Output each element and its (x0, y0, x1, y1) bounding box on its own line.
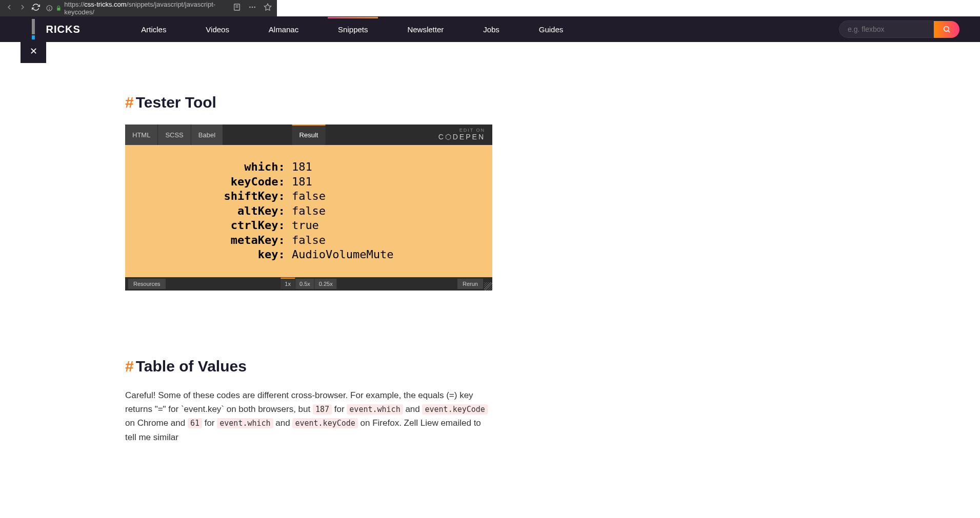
inline-code: event.which (217, 418, 273, 428)
output-keyCode: keyCode: 181 (224, 175, 393, 190)
inline-code: event.keyCode (422, 404, 487, 415)
output-which: which: 181 (224, 160, 393, 175)
output-key: key: AudioVolumeMute (224, 247, 393, 262)
output-ctrlKey: ctrlKey: true (224, 218, 393, 233)
zoom-0.5x[interactable]: 0.5x (295, 279, 314, 289)
heading-table: #Table of Values (125, 357, 492, 376)
nav-snippets[interactable]: Snippets (328, 17, 378, 42)
resize-handle-icon[interactable] (484, 282, 492, 291)
inline-code: 187 (313, 404, 332, 415)
forward-icon[interactable] (18, 3, 27, 13)
svg-point-6 (249, 7, 251, 8)
hash-icon[interactable]: # (125, 358, 134, 375)
heading-text: Table of Values (136, 358, 247, 375)
edit-on-codepen[interactable]: EDIT ON C⬡DEPEN (431, 125, 492, 145)
main-nav: ArticlesVideosAlmanacSnippetsNewsletterJ… (122, 17, 583, 42)
output-altKey: altKey: false (224, 204, 393, 219)
svg-point-8 (254, 7, 255, 8)
resources-button[interactable]: Resources (128, 279, 166, 289)
heading-tester: #Tester Tool (125, 93, 492, 112)
nav-almanac[interactable]: Almanac (258, 17, 309, 42)
tab-html[interactable]: HTML (125, 125, 157, 145)
inline-code: event.which (347, 404, 403, 415)
url-domain: css-tricks.com (84, 1, 126, 8)
site-header: SS-TRICKS ArticlesVideosAlmanacSnippetsN… (0, 16, 980, 42)
lock-icon (56, 5, 62, 11)
codepen-logo: C⬡DEPEN (438, 133, 485, 141)
edit-label: EDIT ON (438, 128, 485, 133)
browser-toolbar: https://css-tricks.com/snippets/javascri… (0, 0, 277, 16)
search-icon (943, 25, 951, 33)
heading-text: Tester Tool (136, 94, 216, 111)
share-bar-accent (32, 35, 35, 39)
share-bar (32, 19, 35, 34)
nav-guides[interactable]: Guides (529, 17, 574, 42)
zoom-0.25x[interactable]: 0.25x (314, 279, 337, 289)
info-icon (46, 5, 53, 12)
tab-scss[interactable]: SCSS (157, 125, 190, 145)
nav-newsletter[interactable]: Newsletter (397, 17, 454, 42)
back-icon[interactable] (5, 3, 13, 13)
body-paragraph: Careful! Some of these codes are differe… (125, 388, 492, 444)
nav-jobs[interactable]: Jobs (473, 17, 510, 42)
close-icon[interactable]: ✕ (24, 39, 44, 63)
svg-point-2 (49, 9, 50, 10)
more-icon[interactable] (248, 3, 256, 13)
svg-line-10 (948, 31, 950, 32)
bookmark-icon[interactable] (264, 3, 272, 13)
svg-point-7 (252, 7, 253, 8)
output-metaKey: metaKey: false (224, 233, 393, 248)
nav-videos[interactable]: Videos (195, 17, 239, 42)
codepen-embed: HTMLSCSSBabel Result EDIT ON C⬡DEPEN whi… (125, 125, 492, 291)
hash-icon[interactable]: # (125, 94, 134, 111)
reload-icon[interactable] (32, 3, 40, 13)
inline-code: event.keyCode (292, 418, 357, 428)
search-button[interactable] (934, 21, 959, 38)
zoom-1x[interactable]: 1x (281, 279, 295, 289)
svg-point-9 (944, 27, 949, 31)
inline-code: 61 (188, 418, 202, 428)
url-protocol: https:// (64, 1, 84, 8)
tab-babel[interactable]: Babel (191, 125, 223, 145)
social-floater: ✕ (21, 16, 46, 63)
tab-result[interactable]: Result (292, 125, 326, 145)
rerun-button[interactable]: Rerun (457, 279, 483, 289)
output-shiftKey: shiftKey: false (224, 189, 393, 204)
search-input[interactable] (839, 20, 934, 38)
url-bar[interactable]: https://css-tricks.com/snippets/javascri… (46, 1, 227, 16)
nav-articles[interactable]: Articles (131, 17, 176, 42)
codepen-result-pane[interactable]: which: 181 keyCode: 181shiftKey: false a… (125, 145, 492, 277)
reader-icon[interactable] (233, 3, 241, 13)
